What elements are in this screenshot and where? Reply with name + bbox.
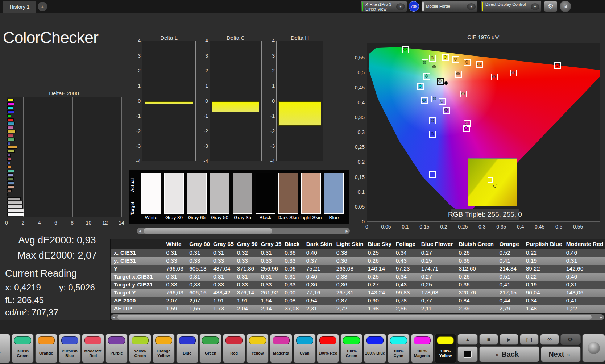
max-de2000-stat: Max dE2000: 2,07 — [0, 250, 114, 261]
delta-chart-delta-l — [142, 41, 196, 161]
patch-button-100-red[interactable]: 100% Red — [317, 334, 339, 363]
top-tab-bar: History 1 + X-Rite i1Pro 3 Direct View ▼… — [0, 0, 605, 13]
loop-button[interactable]: ∞ — [540, 334, 559, 345]
stop-button[interactable]: ■ — [479, 334, 498, 345]
patch-button-bluish-green[interactable]: Bluish Green — [12, 334, 34, 363]
cell-y-dark-skin: 75,21 — [303, 265, 333, 273]
patch-button-cyan[interactable]: Cyan — [294, 334, 316, 363]
add-tab-button[interactable]: + — [38, 2, 47, 11]
cell-target-y-cie31-gray-35: 0,33 — [258, 281, 282, 289]
patch-button-green[interactable]: Green — [199, 334, 221, 363]
de-xtick-14: 14 — [118, 220, 125, 226]
table-scrollbar[interactable]: ◀ ▶ — [111, 314, 604, 320]
cell-x-cie31-foliage: 0,34 — [393, 249, 418, 257]
play-button[interactable]: ▶ — [500, 334, 518, 345]
patch-button-magenta[interactable]: Magenta — [270, 334, 292, 363]
patch-button-orange-yellow[interactable]: Orange Yellow — [153, 334, 175, 363]
patch-button-partial[interactable]: er — [0, 334, 10, 363]
settings-button[interactable]: ⚙ — [544, 1, 558, 12]
cie-point-blue — [429, 131, 436, 138]
scroll-left-icon[interactable]: ◀ — [137, 228, 143, 234]
de-bar-gray-35 — [7, 197, 21, 200]
scroll-right-icon[interactable]: ▶ — [344, 228, 350, 234]
cie-point-purplish-blue — [429, 117, 436, 124]
black-square-icon — [464, 351, 472, 358]
patch-button-red[interactable]: Red — [223, 334, 245, 363]
meter-dropdown[interactable]: X-Rite i1Pro 3 Direct View ▼ — [361, 1, 407, 12]
cell-y-orange: 214,34 — [497, 265, 523, 273]
sphere-button[interactable] — [582, 334, 605, 362]
patch-button-100-magenta[interactable]: 100% Magenta — [411, 334, 433, 363]
cell-target-y-dark-skin: 77,16 — [303, 289, 333, 297]
tab-history-1[interactable]: History 1 — [3, 1, 36, 13]
patch-color-red — [225, 336, 243, 344]
patch-button-yellow-green[interactable]: Yellow Green — [129, 334, 151, 363]
table-row--e-2000: ΔE 20002,072,071,911,911,640,080,540,870… — [111, 297, 605, 305]
delta-ytick-3: 3 — [133, 53, 141, 59]
cell--e-2000-gray-35: 1,64 — [258, 297, 282, 305]
delta-gridline — [277, 56, 323, 56]
de-bar-magenta — [7, 126, 13, 129]
chevron-down-icon[interactable]: ▼ — [467, 3, 476, 10]
measurement-count-badge[interactable]: 706 — [409, 1, 419, 12]
delta-chart-delta-c — [210, 41, 262, 161]
cell-target-x-cie31-moderate-red: 0,46 — [563, 273, 605, 281]
collapse-bar-button[interactable]: ▲ — [457, 334, 478, 345]
cell-y-cie31-moderate-red: 0,31 — [563, 257, 605, 265]
patch-color-100-red — [319, 336, 336, 344]
table-row-y: Y766,03605,13487,04371,86256,960,0675,21… — [111, 265, 605, 273]
collapse-panel-button[interactable]: ◀ — [559, 0, 571, 12]
patch-button-blue[interactable]: Blue — [176, 334, 198, 363]
delta-gridline — [277, 86, 323, 86]
scroll-right-icon[interactable]: ▶ — [598, 314, 604, 320]
source-dropdown[interactable]: Mobile Forge ▼ — [421, 1, 478, 12]
cie-point-purple — [443, 107, 450, 114]
row-label--e-itp: ΔE ITP — [111, 305, 163, 313]
inset-measured-circle — [493, 184, 497, 188]
cell-target-x-cie31-blue-sky: 0,25 — [365, 273, 393, 281]
scrollbar-thumb[interactable] — [144, 228, 272, 234]
chevron-down-icon[interactable]: ▼ — [396, 3, 405, 10]
col-header-gray-80: Gray 80 — [186, 239, 210, 249]
refresh-icon: ⟳ — [568, 336, 573, 343]
workflow-dropdown[interactable]: Direct Display Control ▼ — [481, 1, 542, 12]
refresh-button[interactable]: ⟳ — [560, 334, 581, 345]
cie-chart-title: CIE 1976 u'v' — [367, 34, 600, 40]
cell-target-x-cie31-light-skin: 0,38 — [333, 273, 365, 281]
pattern-window-button[interactable]: [–] — [520, 334, 539, 345]
back-button[interactable]: « Back — [479, 346, 539, 362]
patch-button-orange[interactable]: Orange — [35, 334, 57, 363]
patch-button-moderate-red[interactable]: Moderate Red — [82, 334, 104, 363]
delta-ytick--1: -1 — [200, 113, 208, 119]
patch-button-100-cyan[interactable]: 100% Cyan — [388, 334, 410, 363]
patch-button-100-blue[interactable]: 100% Blue — [364, 334, 386, 363]
scroll-left-icon[interactable]: ◀ — [111, 314, 117, 320]
row-label--e-2000: ΔE 2000 — [111, 297, 163, 305]
de-bar-cyan — [7, 122, 15, 125]
current-reading-y: y: 0,5026 — [59, 283, 95, 293]
patch-button-100-green[interactable]: 100% Green — [340, 334, 362, 363]
de-bar-dark-skin — [7, 189, 12, 192]
patch-color-magenta — [273, 336, 290, 344]
scrollbar-thumb[interactable] — [117, 315, 592, 320]
chevron-down-icon[interactable]: ▼ — [531, 3, 539, 10]
cell--e-2000-gray-65: 1,91 — [210, 297, 234, 305]
patch-button-purplish-blue[interactable]: Purplish Blue — [59, 334, 81, 363]
patch-button-purple[interactable]: Purple — [105, 334, 128, 363]
patch-label-yellow: Yellow — [247, 345, 268, 361]
cie-ytick-0-35: 0,35 — [347, 114, 365, 120]
patch-button-yellow[interactable]: Yellow — [246, 334, 269, 363]
cell--e-itp-foliage: 2,56 — [393, 305, 418, 313]
cie-point-blue-sky — [431, 96, 438, 102]
cie-dot-orange-yellow — [454, 58, 457, 61]
next-button[interactable]: Next » — [541, 346, 581, 362]
row-label-target-y-cie31: Target y:CIE31 — [111, 281, 163, 289]
cell--e-itp-moderate-red: 1,22 — [563, 305, 605, 313]
table-row-y-cie31: y: CIE310,330,330,330,330,330,330,370,36… — [111, 257, 605, 265]
chevrons-left-icon: « — [496, 351, 498, 357]
delta-ytick-4: 4 — [133, 38, 141, 43]
cell--e-itp-gray-65: 1,73 — [210, 305, 234, 313]
patch-button-100-yellow[interactable]: 100% Yellow — [434, 334, 456, 363]
swatch-strip-scrollbar[interactable]: ◀ ▶ — [137, 228, 350, 234]
pattern-display-button[interactable] — [457, 346, 478, 362]
